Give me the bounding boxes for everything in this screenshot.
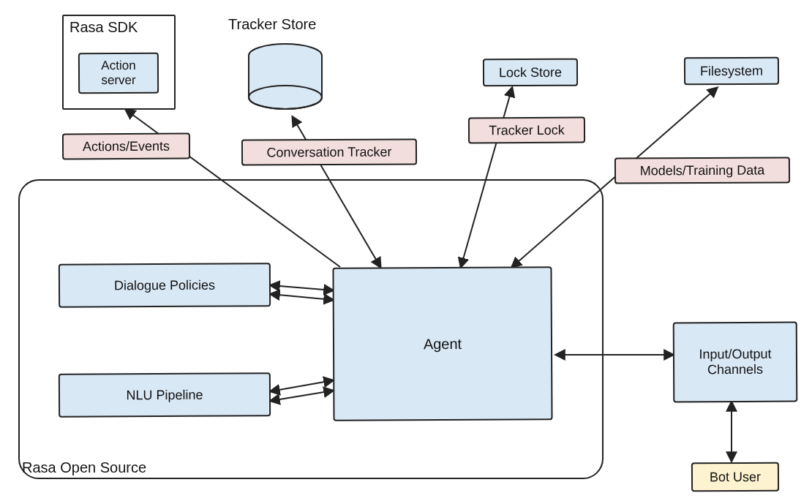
bot-user-label: Bot User xyxy=(710,469,761,484)
agent-label: Agent xyxy=(424,335,462,352)
rasa-open-source-title: Rasa Open Source xyxy=(22,459,146,476)
conversation-tracker-edge-label: Conversation Tracker xyxy=(241,138,417,165)
bot-user-box: Bot User xyxy=(691,462,779,492)
io-channels-label: Input/Output Channels xyxy=(682,347,789,378)
dialogue-policies-box: Dialogue Policies xyxy=(59,263,271,308)
filesystem-box: Filesystem xyxy=(684,57,779,86)
tracker-lock-edge-label: Tracker Lock xyxy=(468,117,585,144)
lock-store-box: Lock Store xyxy=(483,59,578,87)
io-channels-box: Input/Output Channels xyxy=(673,322,798,403)
rasa-sdk-title: Rasa SDK xyxy=(69,19,138,36)
nlu-pipeline-label: NLU Pipeline xyxy=(126,387,203,403)
tracker-store-title: Tracker Store xyxy=(228,16,316,33)
actions-events-edge-label: Actions/Events xyxy=(62,133,190,160)
agent-box: Agent xyxy=(332,266,552,421)
lock-store-label: Lock Store xyxy=(499,64,562,80)
conversation-tracker-text: Conversation Tracker xyxy=(266,144,391,160)
nlu-pipeline-box: NLU Pipeline xyxy=(59,372,271,418)
tracker-store-cylinder-icon xyxy=(245,42,326,116)
models-training-text: Models/Training Data xyxy=(640,162,765,178)
tracker-lock-text: Tracker Lock xyxy=(489,122,564,138)
dialogue-policies-label: Dialogue Policies xyxy=(114,277,215,293)
filesystem-label: Filesystem xyxy=(700,63,763,78)
action-server-box: Action server xyxy=(78,53,159,94)
actions-events-text: Actions/Events xyxy=(83,138,170,154)
models-training-edge-label: Models/Training Data xyxy=(614,157,790,184)
action-server-label: Action server xyxy=(87,59,150,88)
